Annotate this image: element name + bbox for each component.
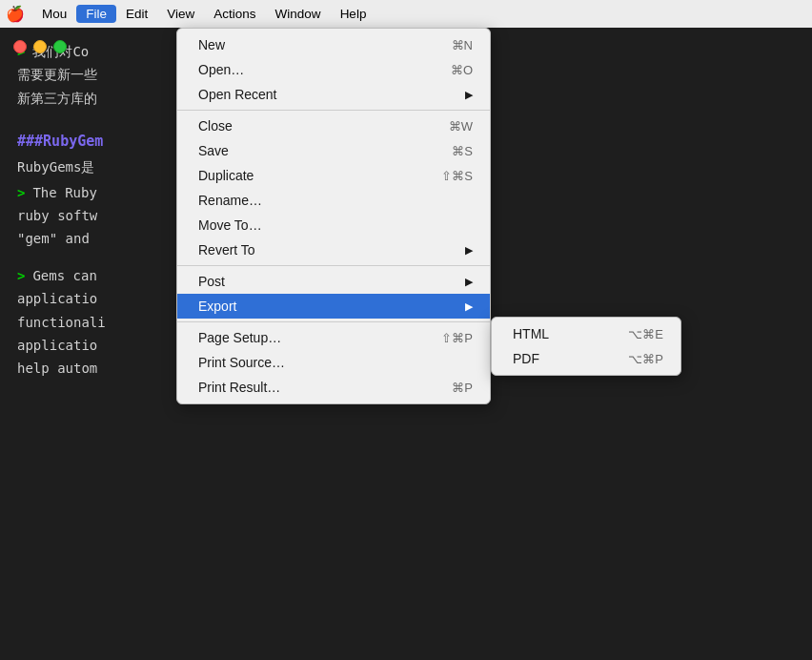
file-menu-dropdown: New ⌘N Open… ⌘O Open Recent ▶ Close ⌘W S… [176,28,491,404]
menu-item-print-result[interactable]: Print Result… ⌘P [177,375,490,400]
apple-menu-icon[interactable]: 🍎 [6,5,25,23]
fullscreen-button[interactable] [53,40,67,53]
menu-item-post[interactable]: Post ▶ [177,269,490,294]
menubar-edit[interactable]: Edit [116,5,157,23]
menu-item-rename[interactable]: Rename… [177,188,490,213]
editor-line-2: 需要更新一些 [17,64,97,85]
minimize-button[interactable] [33,40,47,53]
menubar-mou[interactable]: Mou [32,5,76,23]
editor-prompt-3: > [17,265,25,286]
editor-ruby-softw: ruby softw [17,205,97,226]
menu-item-save[interactable]: Save ⌘S [177,138,490,163]
menubar-file[interactable]: File [76,5,116,23]
editor-applicatio2: applicatio [17,335,97,356]
export-submenu-pdf[interactable]: PDF ⌥⌘P [492,346,680,371]
editor-prompt-2: > [17,182,25,203]
submenu-arrow-revert: ▶ [465,244,473,257]
menu-separator-2 [177,265,490,266]
menu-item-move-to[interactable]: Move To… [177,213,490,237]
menu-item-close[interactable]: Close ⌘W [177,113,490,138]
menubar-window[interactable]: Window [266,5,331,23]
menu-item-page-setup[interactable]: Page Setup… ⇧⌘P [177,325,490,350]
menu-item-duplicate[interactable]: Duplicate ⇧⌘S [177,163,490,188]
editor-gem-and: "gem" and [17,228,90,249]
editor-heading: ###RubyGem [17,130,170,153]
menubar-actions[interactable]: Actions [204,5,265,23]
editor-line-3: 新第三方库的 [17,88,97,109]
editor-help-auto: help autom [17,358,97,379]
menubar-help[interactable]: Help [331,5,376,23]
submenu-arrow-post: ▶ [465,276,473,288]
editor-ruby-line: The Ruby [32,182,96,203]
editor-applicatio: applicatio [17,288,97,309]
menu-separator-3 [177,321,490,322]
editor-rubygems-desc: RubyGems是 [17,156,94,177]
submenu-arrow-export: ▶ [465,300,473,313]
menu-item-new[interactable]: New ⌘N [177,32,490,57]
menu-separator-1 [177,110,490,111]
file-menu: New ⌘N Open… ⌘O Open Recent ▶ Close ⌘W S… [176,28,491,404]
submenu-arrow-open-recent: ▶ [465,89,473,101]
menu-item-open[interactable]: Open… ⌘O [177,57,490,82]
editor-functionali: functionali [17,312,106,333]
export-submenu-html[interactable]: HTML ⌥⌘E [492,321,680,346]
editor-gems-can: Gems can [32,265,96,286]
menu-item-revert-to[interactable]: Revert To ▶ [177,237,490,262]
menu-item-print-source[interactable]: Print Source… [177,350,490,375]
menu-item-export[interactable]: Export ▶ [177,294,490,319]
menubar: 🍎 Mou File Edit View Actions Window Help [0,0,812,28]
export-submenu: HTML ⌥⌘E PDF ⌥⌘P [491,317,681,376]
menu-item-open-recent[interactable]: Open Recent ▶ [177,82,490,107]
traffic-lights [13,40,67,53]
menubar-view[interactable]: View [157,5,204,23]
close-button[interactable] [13,40,27,53]
